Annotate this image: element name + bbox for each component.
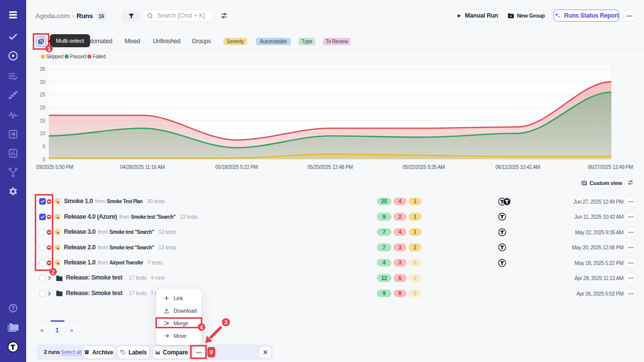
svg-text:25: 25 — [40, 92, 46, 98]
svg-text:20: 20 — [40, 105, 46, 111]
svg-text:05/18/2025 5:22 PM: 05/18/2025 5:22 PM — [215, 164, 258, 170]
svg-text:05/20/2025 12:48 PM: 05/20/2025 12:48 PM — [307, 164, 353, 170]
svg-text:30: 30 — [40, 79, 46, 85]
svg-text:3: 3 — [224, 319, 227, 325]
svg-text:Passed: Passed — [70, 54, 86, 59]
svg-text:15: 15 — [40, 118, 46, 124]
svg-text:06/11/2025 10:42 AM: 06/11/2025 10:42 AM — [496, 164, 540, 170]
svg-text:0: 0 — [42, 157, 45, 162]
svg-text:06/27/2025 12:49 PM: 06/27/2025 12:49 PM — [588, 164, 633, 170]
svg-text:/26/2025 5:50 PM: /26/2025 5:50 PM — [36, 164, 73, 170]
svg-text:04/28/2025 11:16 AM: 04/28/2025 11:16 AM — [120, 164, 165, 170]
svg-text:35: 35 — [40, 66, 46, 72]
svg-text:05/22/2025 9:35 AM: 05/22/2025 9:35 AM — [403, 164, 445, 170]
svg-text:Skipped: Skipped — [46, 54, 63, 59]
svg-text:5: 5 — [42, 144, 45, 149]
svg-text:10: 10 — [40, 131, 46, 136]
svg-text:Failed: Failed — [93, 54, 106, 59]
